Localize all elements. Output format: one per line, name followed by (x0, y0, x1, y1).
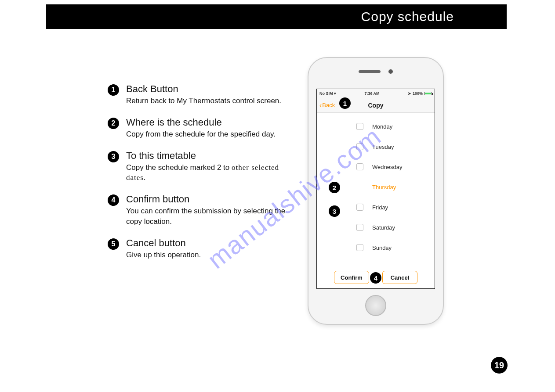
day-label: Tuesday (372, 144, 394, 150)
instruction-title: To this timetable (126, 150, 292, 162)
instruction-number: 1 (108, 84, 119, 96)
checkbox[interactable] (356, 163, 363, 170)
instruction-number: 4 (108, 194, 119, 206)
cancel-button[interactable]: Cancel (382, 271, 417, 284)
checkbox[interactable] (356, 123, 363, 130)
wifi-icon: ▾ (334, 91, 336, 96)
instruction-desc: Give up this operation. (126, 250, 292, 260)
day-row-monday[interactable]: Monday (317, 116, 435, 137)
confirm-button[interactable]: Confirm (334, 271, 369, 284)
instruction-1: 1 Back Button Return back to My Thermost… (108, 83, 292, 106)
phone-mockup: No SIM ▾ 7:36 AM ➤ 100% ‹ Back Copy Mond… (308, 57, 444, 325)
checkbox[interactable] (356, 244, 363, 251)
status-right: ➤ 100% (408, 91, 432, 96)
marker-2: 2 (329, 182, 340, 193)
checkbox[interactable] (356, 224, 363, 231)
battery-icon (424, 92, 432, 95)
instruction-title: Cancel button (126, 237, 292, 249)
instruction-title: Back Button (126, 83, 292, 95)
instruction-5: 5 Cancel button Give up this operation. (108, 237, 292, 260)
instruction-title: Confirm button (126, 194, 292, 205)
back-label: Back (322, 102, 335, 108)
instruction-number: 5 (108, 238, 119, 250)
header-title: Copy schedule (361, 9, 454, 24)
instruction-desc: You can confirm the submission by select… (126, 206, 292, 227)
phone-home-button (365, 295, 386, 316)
page-number: 19 (491, 357, 508, 374)
instructions-column: 1 Back Button Return back to My Thermost… (108, 83, 292, 271)
phone-hardware-top (359, 69, 393, 74)
day-row-wednesday[interactable]: Wednesday (317, 157, 435, 177)
nav-arrow-icon: ➤ (408, 91, 411, 96)
instruction-desc: Copy from the schedule for the specified… (126, 129, 292, 140)
instruction-number: 3 (108, 151, 119, 162)
back-button[interactable]: ‹ Back (319, 101, 335, 109)
chevron-left-icon: ‹ (319, 101, 322, 109)
day-row-saturday[interactable]: Saturday (317, 217, 435, 237)
day-label: Thursday (372, 184, 396, 191)
instruction-number: 2 (108, 118, 119, 129)
status-bar: No SIM ▾ 7:36 AM ➤ 100% (317, 89, 435, 98)
day-label: Monday (372, 123, 392, 130)
checkbox[interactable] (356, 204, 363, 211)
source-day-indicator (356, 183, 363, 191)
day-label: Friday (372, 204, 388, 211)
phone-camera (388, 69, 393, 74)
day-row-tuesday[interactable]: Tuesday (317, 137, 435, 157)
instruction-desc-a: Copy the schedule marked 2 to (126, 163, 229, 172)
status-carrier: No SIM ▾ (319, 91, 336, 96)
status-battery-text: 100% (413, 91, 423, 96)
day-label: Sunday (372, 245, 392, 251)
header-bar: Copy schedule (46, 4, 507, 29)
marker-4: 4 (370, 272, 381, 284)
instruction-title: Where is the schedule (126, 117, 292, 128)
status-time: 7:36 AM (364, 91, 379, 96)
marker-3: 3 (329, 205, 340, 217)
instruction-2: 2 Where is the schedule Copy from the sc… (108, 117, 292, 140)
marker-1: 1 (339, 97, 351, 109)
day-label: Saturday (372, 224, 395, 231)
instruction-3: 3 To this timetable Copy the schedule ma… (108, 150, 292, 183)
day-label: Wednesday (372, 164, 402, 170)
phone-speaker (359, 70, 381, 73)
instruction-4: 4 Confirm button You can confirm the sub… (108, 194, 292, 227)
instruction-desc: Copy the schedule marked 2 to other sele… (126, 162, 292, 183)
day-row-sunday[interactable]: Sunday (317, 237, 435, 258)
cancel-label: Cancel (391, 274, 410, 281)
nav-bar: ‹ Back Copy (317, 98, 435, 113)
instruction-desc: Return back to My Thermostats control sc… (126, 96, 292, 106)
checkbox[interactable] (356, 143, 363, 150)
confirm-label: Confirm (341, 274, 363, 281)
nav-title: Copy (368, 102, 384, 109)
